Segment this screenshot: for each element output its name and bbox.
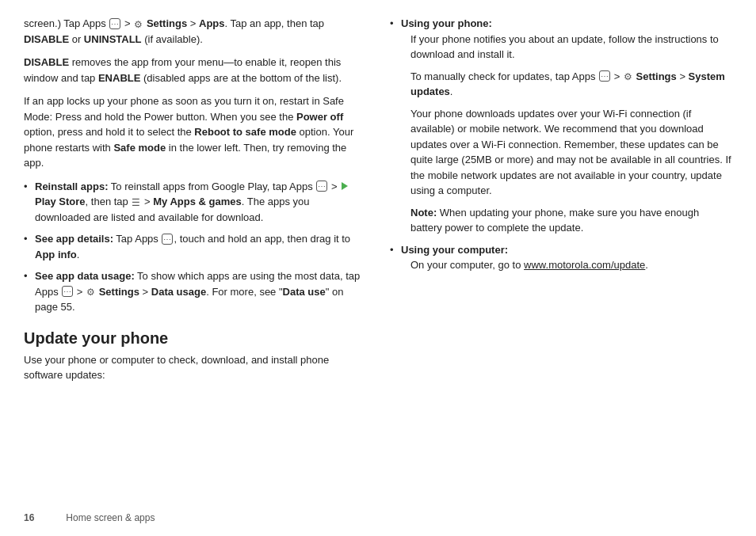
apps-icon [109, 18, 120, 29]
left-column: screen.) Tap Apps > ⚙ Settings > Apps. T… [24, 16, 366, 391]
apps-icon-5 [599, 70, 610, 82]
update-title: Update your phone [24, 329, 366, 348]
menu-icon: ☰ [132, 196, 140, 210]
update-section: Update your phone Use your phone or comp… [24, 329, 366, 383]
using-computer-p1: On your computer, go to www.motorola.com… [410, 257, 732, 273]
using-phone-note: Note: When updating your phone, make sur… [410, 205, 732, 236]
apps-icon-4 [62, 286, 73, 297]
footer: 16 Home screen & apps [24, 512, 155, 523]
update-body: Use your phone or computer to check, dow… [24, 352, 366, 383]
my-apps-label: My Apps & games [153, 196, 242, 207]
reinstall-label: Reinstall apps: [35, 181, 108, 192]
play-icon [342, 182, 348, 190]
using-computer-label: Using your computer: [401, 244, 508, 256]
page-number: 16 [24, 512, 34, 523]
gear-icon-2: ⚙ [86, 285, 95, 299]
settings-label-3: Settings [636, 70, 676, 82]
settings-label: Settings [147, 17, 187, 29]
reboot-safe-bold: Reboot to safe mode [194, 126, 296, 138]
motorola-link[interactable]: www.motorola.com/update [524, 259, 645, 271]
note-label: Note: [410, 207, 437, 219]
using-phone-p1: If your phone notifies you about an upda… [410, 32, 732, 63]
reinstall-item: Reinstall apps: To reinstall apps from G… [24, 179, 366, 226]
update-list: Using your phone: If your phone notifies… [390, 16, 732, 273]
disable-paragraph: DISABLE removes the app from your menu—t… [24, 55, 366, 86]
using-phone-p2: To manually check for updates, tap Apps … [410, 69, 732, 100]
using-phone-label: Using your phone: [401, 17, 492, 29]
right-column: Using your phone: If your phone notifies… [390, 16, 732, 391]
app-details-item: See app details: Tap Apps , touch and ho… [24, 231, 366, 262]
features-list: Reinstall apps: To reinstall apps from G… [24, 179, 366, 315]
play-store-label: Play Store [35, 196, 86, 207]
using-computer-item: Using your computer: On your computer, g… [390, 242, 732, 273]
disable-label: DISABLE [24, 33, 69, 45]
safe-mode-paragraph: If an app locks up your phone as soon as… [24, 93, 366, 171]
apps-icon-3 [162, 234, 173, 245]
page-content: screen.) Tap Apps > ⚙ Settings > Apps. T… [0, 0, 756, 407]
app-info-label: App info [35, 249, 77, 260]
footer-label: Home screen & apps [66, 512, 155, 523]
enable-bold: ENABLE [98, 72, 140, 84]
disable-bold: DISABLE [24, 56, 69, 68]
gear-icon: ⚙ [134, 17, 143, 32]
see-app-details-label: See app details: [35, 233, 113, 245]
power-off-bold: Power off [296, 111, 343, 123]
data-usage-label: Data usage [151, 286, 206, 298]
uninstall-label: UNINSTALL [84, 33, 142, 45]
system-updates-label: System updates [410, 70, 725, 98]
safe-mode-bold: Safe mode [113, 142, 166, 154]
app-data-usage-item: See app data usage: To show which apps a… [24, 268, 366, 315]
gear-icon-3: ⚙ [624, 70, 632, 84]
see-app-data-usage-label: See app data usage: [35, 270, 135, 282]
apps-label: Apps [199, 17, 225, 29]
apps-icon-2 [316, 181, 327, 192]
using-phone-p3: Your phone downloads updates over your W… [410, 106, 732, 199]
intro-paragraph: screen.) Tap Apps > ⚙ Settings > Apps. T… [24, 16, 366, 47]
using-phone-item: Using your phone: If your phone notifies… [390, 16, 732, 236]
settings-label-2: Settings [99, 286, 139, 298]
data-use-link: Data use [283, 286, 326, 298]
